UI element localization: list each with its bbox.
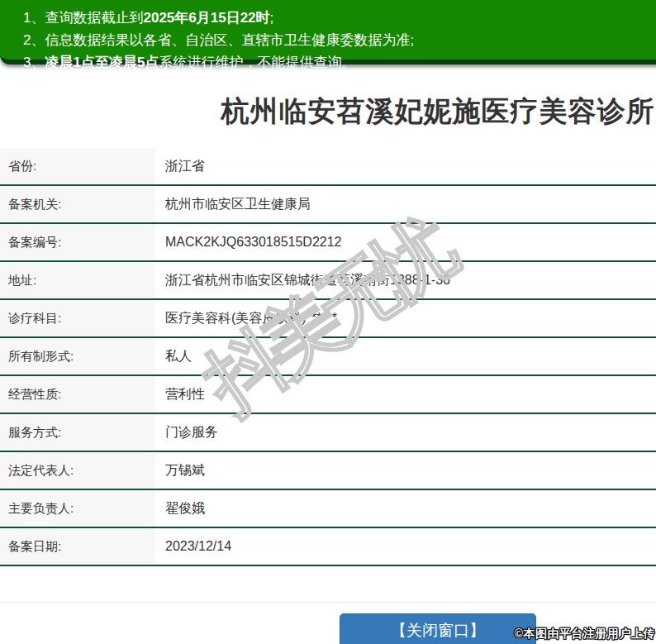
notice-line-3: 3、凌晨1点至凌晨5点系统进行维护，不能提供查询。 [23, 51, 656, 74]
notice-line-2: 2、信息数据结果以各省、自治区、直辖市卫生健康委数据为准; [23, 29, 656, 51]
field-label: 备案编号: [0, 224, 155, 260]
table-row-address: 地址: 浙江省杭州市临安区锦城街道苕溪南街1388-1-36 [0, 262, 656, 300]
field-label: 诊疗科目: [0, 300, 155, 336]
field-value: MACK2KJQ633018515D2212 [155, 224, 656, 260]
notice-number: 2、 [23, 32, 45, 48]
table-row-person-in-charge: 主要负责人: 翟俊娥 [0, 490, 656, 528]
field-label: 地址: [0, 262, 155, 298]
notice-number: 3、 [23, 55, 45, 70]
field-label: 所有制形式: [0, 338, 155, 374]
field-value: 杭州市临安区卫生健康局 [155, 186, 656, 222]
table-row-departments: 诊疗科目: 医疗美容科(美容皮肤科)****** [0, 300, 656, 338]
table-row-legal-representative: 法定代表人: 万锡斌 [0, 452, 656, 490]
query-result-page: 1、查询数据截止到2025年6月15日22时; 2、信息数据结果以各省、自治区、… [0, 0, 656, 644]
field-value: 营利性 [155, 376, 656, 413]
content-container: 1、查询数据截止到2025年6月15日22时; 2、信息数据结果以各省、自治区、… [0, 0, 656, 644]
table-row-business-nature: 经营性质: 营利性 [0, 376, 656, 414]
field-value: 门诊服务 [155, 414, 656, 451]
field-value: 浙江省杭州市临安区锦城街道苕溪南街1388-1-36 [155, 262, 656, 298]
info-table: 省份: 浙江省 备案机关: 杭州市临安区卫生健康局 备案编号: MACK2KJQ… [0, 148, 656, 566]
close-window-button[interactable]: 【关闭窗口】 [340, 613, 536, 644]
field-value: 浙江省 [155, 148, 656, 184]
field-label: 服务方式: [0, 414, 155, 451]
notice-number: 1、 [23, 10, 45, 26]
table-row-ownership: 所有制形式: 私人 [0, 338, 656, 376]
field-value: 医疗美容科(美容皮肤科)****** [155, 300, 656, 336]
field-label: 备案机关: [0, 186, 155, 222]
field-value: 2023/12/14 [155, 528, 656, 565]
field-label: 备案日期: [0, 528, 155, 565]
table-row-province: 省份: 浙江省 [0, 148, 656, 186]
table-row-record-date: 备案日期: 2023/12/14 [0, 528, 656, 566]
table-row-authority: 备案机关: 杭州市临安区卫生健康局 [0, 186, 656, 224]
field-value: 万锡斌 [155, 452, 656, 489]
page-title: 杭州临安苕溪妃妮施医疗美容诊所 [0, 93, 656, 131]
field-value: 翟俊娥 [155, 490, 656, 527]
field-label: 经营性质: [0, 376, 155, 413]
field-label: 省份: [0, 148, 155, 184]
table-row-record-number: 备案编号: MACK2KJQ633018515D2212 [0, 224, 656, 262]
table-row-service-mode: 服务方式: 门诊服务 [0, 414, 656, 452]
field-value: 私人 [155, 338, 656, 374]
notice-banner: 1、查询数据截止到2025年6月15日22时; 2、信息数据结果以各省、自治区、… [0, 0, 656, 64]
notice-line-1: 1、查询数据截止到2025年6月15日22时; [23, 7, 656, 29]
uploader-stamp: ©本图由平台注册用户上传 [515, 627, 655, 642]
field-label: 主要负责人: [0, 490, 155, 527]
footer-divider [0, 602, 656, 603]
field-label: 法定代表人: [0, 452, 155, 489]
